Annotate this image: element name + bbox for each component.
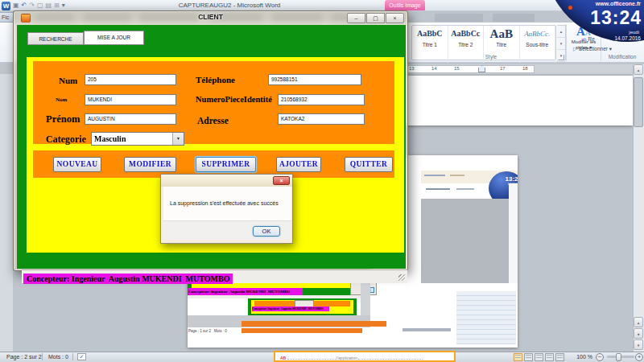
mini-orange-strip: [242, 328, 362, 333]
telephone-label: Téléphone: [196, 75, 235, 84]
note-illegible-text: [287, 356, 336, 360]
ruler-number: 14: [431, 66, 437, 71]
quick-access-toolbar[interactable]: W ▣ ↶ ↷ ▢ ▤ ⊞ ▾: [2, 1, 65, 10]
new-document-icon[interactable]: ▢: [37, 2, 43, 10]
previous-page-icon[interactable]: ▴: [634, 317, 643, 327]
style-dialog-launcher-icon[interactable]: [559, 55, 564, 60]
mini-orange-strip: [242, 321, 386, 327]
mini-footer-banner-2: Concepteur: Ingenieur Augustin MUKENDI M…: [252, 306, 329, 311]
embedded-screenshot: 13:24 14.07.2016: [421, 171, 518, 283]
redo-icon[interactable]: ↷: [29, 2, 35, 10]
print-icon[interactable]: ⊞: [54, 2, 60, 10]
customize-qat-icon[interactable]: ▾: [62, 2, 65, 10]
categorie-value: Masculin: [94, 134, 126, 143]
word-count[interactable]: Mots : 0: [48, 354, 68, 360]
minimize-button[interactable]: –: [347, 13, 365, 23]
modification-group-label: Modification: [601, 54, 644, 60]
mini-footer-banner: Concepteur: Ingenieur Augustin MUKENDI M…: [188, 288, 303, 295]
zoom-in-icon[interactable]: +: [635, 353, 643, 361]
tab-fichier[interactable]: Fic: [0, 12, 14, 23]
window-left-edge: [0, 74, 13, 352]
screen: W ▣ ↶ ↷ ▢ ▤ ⊞ ▾ CAPTUREAUGU2 - Microsoft…: [0, 0, 644, 362]
numero-piece-identite-input[interactable]: 210568932: [278, 94, 365, 105]
message-box: × La suppression s'est effectuée avec su…: [160, 174, 293, 244]
gadget-date: 14.07.2016: [564, 35, 641, 41]
quitter-button[interactable]: QUITTER: [345, 157, 393, 172]
gadget-time: 13:24: [555, 7, 642, 29]
view-draft-icon[interactable]: [555, 353, 564, 361]
zoom-slider-thumb[interactable]: [616, 353, 621, 361]
style-preview: AaBbC: [412, 29, 448, 39]
select-button[interactable]: ▷ Sélectionner ▾: [573, 46, 612, 52]
note-box: AB l'application: [274, 351, 456, 362]
ribbon-tab-blob: [435, 14, 483, 22]
supprimer-button[interactable]: SUPPRIMER: [196, 157, 256, 172]
resize-grip[interactable]: [398, 274, 405, 281]
message-box-body: La suppression s'est effectuée avec succ…: [163, 187, 291, 240]
note-marker: AB: [280, 356, 286, 360]
mini-page-fragment: [509, 183, 518, 283]
adresse-input[interactable]: KATOKA2: [278, 113, 365, 125]
message-box-footer: OK: [163, 220, 291, 240]
concepteur-banner: Concepteur: Ingenieur Augustin MUKENDI M…: [23, 274, 233, 284]
ajouter-button[interactable]: AJOUTER: [276, 157, 321, 172]
mini-status-text: Page : 1 sur 2 Mots : 0: [188, 329, 227, 333]
tab-mise-a-jour[interactable]: MISE A JOUR: [84, 31, 144, 45]
maximize-button[interactable]: ▢: [366, 13, 385, 23]
view-web-layout-icon[interactable]: [535, 353, 543, 361]
style-label: Titre 2: [448, 42, 484, 47]
gadget-url: www.officeone.fr: [562, 1, 641, 6]
page-indicator[interactable]: Page : 2 sur 2: [6, 354, 42, 360]
categorie-combobox[interactable]: Masculin ▾: [91, 132, 184, 146]
nom-input[interactable]: MUKENDI: [85, 94, 176, 105]
chevron-down-icon[interactable]: ▾: [172, 133, 184, 145]
style-titre1[interactable]: AaBbC Titre 1: [412, 26, 448, 63]
status-divider: [42, 353, 43, 360]
form-status-strip: Concepteur: Ingenieur Augustin MUKENDI M…: [22, 269, 407, 283]
prenom-input[interactable]: AUGUSTIN: [85, 113, 176, 125]
close-button[interactable]: ×: [386, 13, 404, 23]
adresse-label: Adresse: [197, 116, 229, 125]
note-illegible-text: [358, 356, 423, 360]
tab-recherche[interactable]: RECHERCHE: [27, 32, 84, 45]
modifier-button[interactable]: MODIFIER: [124, 157, 176, 172]
scrollbar-thumb[interactable]: [634, 77, 643, 127]
ribbon-tab-blob: [493, 14, 535, 22]
ruler-number: 15: [454, 66, 460, 71]
style-preview: AaBbCc: [448, 29, 484, 39]
categorie-label: Categorie: [46, 134, 86, 146]
ok-button[interactable]: OK: [253, 226, 280, 237]
view-outline-icon[interactable]: [545, 353, 554, 361]
next-page-icon[interactable]: ▾: [634, 339, 643, 350]
window-title: CAPTUREAUGU2 - Microsoft Word: [145, 2, 314, 9]
select-browse-object-icon[interactable]: ●: [634, 328, 643, 339]
telephone-input[interactable]: 992588151: [268, 74, 361, 85]
note-fragment: l'application: [336, 356, 357, 360]
zoom-out-icon[interactable]: −: [596, 353, 604, 361]
scroll-up-icon[interactable]: ▴: [634, 64, 643, 75]
mini-zoom-controls: [402, 328, 451, 331]
message-box-close-button[interactable]: ×: [273, 176, 290, 185]
message-text: La suppression s'est effectuée avec succ…: [170, 200, 279, 206]
ruler-number: 17: [500, 66, 506, 71]
select-label: Sélectionner ▾: [579, 46, 612, 51]
style-preview: AaBbCc.: [520, 29, 555, 39]
ruler-number: 13: [409, 66, 415, 71]
style-group-label: Style: [451, 54, 531, 60]
nom-label: Nom: [56, 97, 67, 103]
view-print-layout-icon[interactable]: [514, 353, 522, 361]
client-form-window: CLIENT – ▢ × RECHERCHE MISE A JOUR Num 2…: [13, 10, 408, 271]
tab-outils-image[interactable]: Outils Image: [385, 0, 425, 10]
nouveau-button[interactable]: NOUVEAU: [53, 157, 101, 172]
print-preview-icon[interactable]: ▤: [46, 2, 52, 10]
style-label: Titre 1: [412, 42, 448, 47]
undo-icon[interactable]: ↶: [22, 2, 27, 10]
view-fullscreen-icon[interactable]: [524, 353, 533, 361]
save-icon[interactable]: ▣: [13, 2, 19, 10]
spellcheck-icon[interactable]: ✓: [77, 353, 86, 360]
zoom-level[interactable]: 100 %: [570, 354, 592, 360]
numero-piece-identite-label: NumeroPieceIdentité: [196, 95, 272, 104]
num-input[interactable]: 205: [85, 74, 176, 85]
message-box-title-bar: ×: [161, 175, 292, 187]
prenom-label: Prénom: [46, 113, 80, 125]
